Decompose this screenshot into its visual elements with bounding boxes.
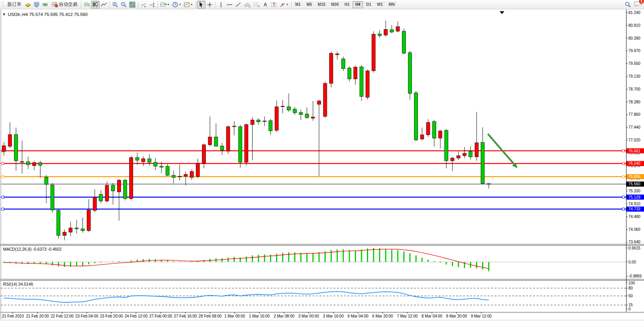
tab-timeframe-w1[interactable]: W1 — [374, 1, 386, 8]
time-axis-label: 1 Mar 16:00 — [249, 314, 270, 318]
price-tick-label: 75.330 — [628, 189, 640, 193]
candle-body — [14, 134, 18, 161]
candle-body — [432, 122, 436, 138]
signal-icon-button[interactable] — [41, 1, 49, 9]
chart-template-icon — [184, 2, 190, 8]
price-label-text: 76.240 — [628, 161, 640, 166]
fibonacci-tool-button[interactable]: F — [252, 1, 261, 9]
chart-shift-button[interactable] — [148, 1, 156, 9]
channel-tool-button[interactable]: E — [242, 1, 252, 9]
tab-timeframe-mn[interactable]: MN — [386, 1, 398, 8]
periods-button[interactable]: ▼ — [171, 1, 182, 9]
terminal-icon-button[interactable] — [32, 1, 41, 9]
templates-button[interactable]: ▼ — [182, 1, 194, 9]
tab-timeframe-m15[interactable]: M15 — [315, 1, 328, 8]
arrows-tool-button[interactable]: ▼ — [278, 1, 290, 9]
notification-badge: 1 — [639, 0, 644, 4]
candle-body — [63, 232, 66, 236]
tile-windows-icon — [129, 2, 135, 8]
candle-body — [111, 185, 115, 191]
tile-windows-button[interactable] — [128, 1, 137, 9]
time-axis-label: 23 Feb 04:00 — [75, 314, 98, 318]
indicators-button[interactable]: ▼ — [159, 1, 171, 9]
trendline-icon — [235, 2, 241, 8]
candle-body — [305, 114, 309, 117]
order-book-icon[interactable] — [24, 1, 32, 9]
trendline-tool-button[interactable] — [234, 1, 242, 9]
svg-text:T: T — [273, 3, 275, 7]
bar-chart-mode-button[interactable] — [82, 1, 91, 9]
candle-body — [251, 120, 254, 125]
notifications-button[interactable]: 1 — [634, 0, 642, 9]
signal-icon — [42, 2, 48, 8]
candle-body — [317, 101, 321, 105]
horizontal-line-tool-button[interactable] — [225, 1, 234, 9]
candle-body — [220, 146, 224, 150]
cursor-tool-button[interactable] — [197, 1, 205, 9]
tab-timeframe-m30[interactable]: M30 — [328, 1, 341, 8]
candle-body — [475, 143, 478, 157]
text-tool-button[interactable]: A — [261, 1, 270, 9]
candle-body — [444, 130, 448, 161]
vertical-line-tool-button[interactable] — [217, 1, 225, 9]
tab-timeframe-h1[interactable]: H1 — [342, 1, 352, 8]
time-axis-label: 28 Feb 08:00 — [198, 314, 221, 318]
time-axis-label: 9 Mar 12:00 — [471, 314, 492, 318]
chevron-down-icon: ▼ — [167, 3, 170, 6]
line-handle — [622, 208, 625, 210]
candle-body — [323, 84, 327, 117]
price-tick-label: 77.440 — [628, 125, 640, 129]
svg-text:F: F — [258, 5, 260, 8]
candlestick-chart[interactable]: ▼USOil-,H4 75.574 75.595 75.412 75.56081… — [0, 9, 644, 321]
candle-body — [81, 229, 84, 231]
candle-body — [178, 176, 181, 177]
toolbar-separator — [81, 1, 81, 8]
crosshair-icon — [207, 2, 213, 8]
tab-timeframe-m5[interactable]: M5 — [304, 1, 315, 8]
candle-body — [463, 153, 466, 155]
price-label-text: 75.129 — [628, 195, 640, 199]
rsi-tick-label: 50 — [628, 294, 633, 298]
auto-scroll-button[interactable] — [139, 1, 148, 9]
candle-body — [426, 122, 430, 135]
arrow-shapes-icon — [279, 2, 286, 8]
candle-body — [208, 137, 212, 145]
tab-timeframe-d1[interactable]: D1 — [363, 1, 374, 8]
toolbar-separator — [195, 1, 196, 8]
candle-body — [147, 159, 151, 162]
crosshair-tool-button[interactable] — [205, 1, 214, 9]
candle-body — [269, 120, 272, 131]
zoom-in-button[interactable] — [111, 1, 119, 9]
candle-body — [93, 197, 97, 210]
candle-body — [39, 162, 42, 165]
candle-body — [335, 54, 339, 55]
candle-body — [469, 151, 472, 157]
chevron-down-icon: ▼ — [190, 3, 193, 6]
candle-body — [360, 67, 363, 96]
candle-body — [239, 127, 242, 162]
candle-body — [366, 71, 369, 97]
price-label-text: 74.733 — [628, 207, 640, 211]
zoom-out-button[interactable] — [119, 1, 128, 9]
search-button[interactable] — [623, 1, 632, 9]
candle-body — [130, 157, 133, 199]
new-order-button[interactable]: 新订单 — [5, 1, 24, 9]
line-chart-mode-button[interactable] — [100, 1, 108, 9]
add-indicator-icon — [160, 2, 167, 8]
candle-body — [196, 163, 200, 176]
price-tick-label: 73.640 — [628, 240, 640, 244]
candle-body — [378, 34, 381, 36]
macd-tick-label: -0.9869 — [628, 274, 642, 278]
bar-chart-icon — [84, 2, 90, 8]
price-tick-label: 79.970 — [628, 49, 640, 53]
autotrading-button[interactable]: 自动交易 — [49, 1, 80, 9]
candle-body — [384, 30, 388, 35]
price-tick-label: 74.910 — [628, 202, 640, 206]
candle-body — [20, 161, 24, 162]
tab-timeframe-m1[interactable]: M1 — [293, 1, 304, 8]
tab-timeframe-h4[interactable]: H4 — [353, 1, 363, 8]
toolbar-separator — [215, 1, 216, 8]
candlestick-mode-button[interactable] — [91, 1, 100, 9]
chart-window[interactable]: ▼USOil-,H4 75.574 75.595 75.412 75.56081… — [0, 9, 644, 321]
label-tool-button[interactable]: T — [270, 1, 278, 9]
